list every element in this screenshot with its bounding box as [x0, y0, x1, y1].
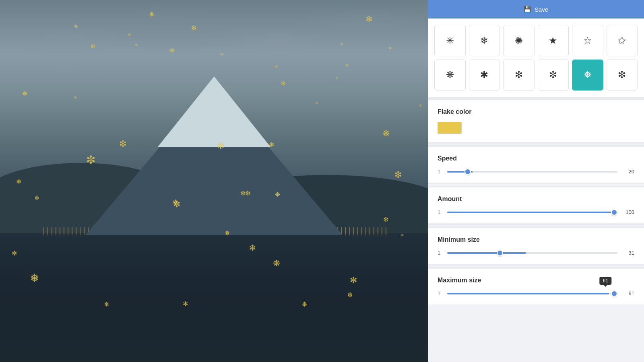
speed-title: Speed	[438, 155, 634, 162]
speed-section: Speed 1 20	[428, 147, 644, 184]
snow-cap	[158, 76, 270, 147]
amount-max: 100	[622, 209, 634, 215]
save-label: Save	[535, 6, 548, 13]
amount-title: Amount	[438, 195, 634, 203]
flake-btn-star-outline[interactable]: ☆	[572, 25, 603, 56]
maxsize-min: 1	[438, 290, 442, 296]
maximum-size-section: Maximum size 1 61 61	[428, 269, 644, 304]
flake-btn-snowflake-bold[interactable]: ❋	[434, 60, 466, 91]
minimum-size-section: Minimum size 1 31	[428, 228, 644, 265]
flake-btn-star-outline2[interactable]: ✩	[607, 25, 638, 56]
maxsize-slider[interactable]	[447, 293, 617, 294]
minsize-min: 1	[438, 250, 442, 256]
flake-type-selector: ✳❄✺★☆✩❋✱✻✼❅❇	[428, 19, 644, 99]
right-panel: 💾 Save ✳❄✺★☆✩❋✱✻✼❅❇ Flake color Speed 1 …	[428, 0, 644, 362]
amount-min: 1	[438, 209, 442, 215]
tooltip-bubble: 61	[600, 277, 611, 285]
save-icon: 💾	[524, 6, 531, 13]
flake-color-section: Flake color	[428, 100, 644, 144]
flake-color-title: Flake color	[438, 108, 634, 115]
amount-section: Amount 1 100	[428, 187, 644, 225]
amount-slider[interactable]	[447, 212, 617, 213]
flake-btn-asterisk[interactable]: ✳	[434, 25, 466, 56]
flake-btn-star-filled[interactable]: ★	[538, 25, 569, 56]
flake-btn-snowflake-circle[interactable]: ✻	[503, 60, 535, 91]
canvas-area: ❅❄✻❋❇✼❅❄✻❋❇✼❅❄✻❋❇✼❅❄✻❋❇✼❅❄✻❋❇✼❅❄✻❋❇✼❅❄✻❋…	[0, 0, 428, 362]
speed-max: 20	[622, 169, 634, 175]
flake-btn-snowflake-ring[interactable]: ✼	[538, 60, 569, 91]
maxsize-wrapper: 61	[447, 293, 617, 294]
minsize-value: 31	[622, 250, 634, 256]
flake-btn-snowflake-light[interactable]: ❄	[469, 25, 500, 56]
color-picker[interactable]	[438, 122, 462, 134]
save-button[interactable]: 💾 Save	[428, 0, 644, 19]
flake-btn-snowflake-ornament[interactable]: ❇	[607, 60, 638, 91]
flake-btn-burst[interactable]: ✺	[503, 25, 535, 56]
maxsize-value: 61	[622, 290, 634, 296]
minimum-size-title: Minimum size	[438, 236, 634, 243]
flake-btn-snowflake-teal[interactable]: ❅	[572, 60, 603, 91]
speed-slider[interactable]	[447, 171, 617, 173]
speed-min: 1	[438, 169, 442, 175]
water	[0, 233, 428, 362]
minsize-slider[interactable]	[447, 252, 617, 254]
flake-btn-asterisk-bold[interactable]: ✱	[469, 60, 500, 91]
